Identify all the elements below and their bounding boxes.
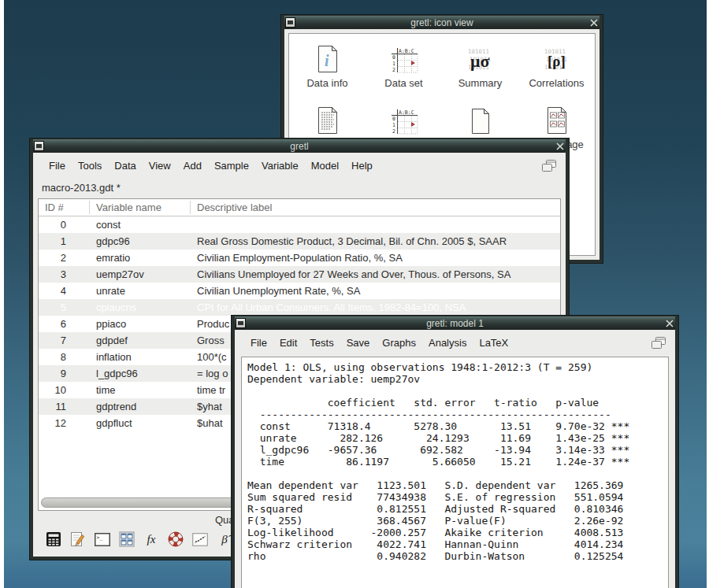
svg-text:A:B:C: A:B:C [399,48,414,54]
svg-text:A:B:C: A:B:C [399,109,414,116]
lifebuoy-icon [168,531,184,547]
cell-id: 5 [39,301,90,313]
icon-view-titlebar[interactable]: gretl: icon view [284,16,599,29]
model-titlebar[interactable]: gretl: model 1 [235,316,675,330]
windows-list-button[interactable] [651,337,666,349]
menu-tools[interactable]: Tools [72,157,108,175]
menu-save[interactable]: Save [340,334,377,352]
model-output-text: Model 1: OLS, using observations 1948:1-… [247,361,663,562]
table-row[interactable]: 3 uemp27ov Civilians Unemployed for 27 W… [39,266,560,283]
data-set-icon: A:B:C 0 1 2 [390,46,418,73]
table-row[interactable]: 2 emratio Civilian Employment-Population… [39,250,560,266]
icon-item-data-info[interactable]: i Data info [289,42,366,103]
model-output-panel[interactable]: Model 1: OLS, using observations 1948:1-… [241,357,669,588]
table-header[interactable]: ID # Variable name Descriptive label [39,199,560,216]
menu-view[interactable]: View [143,157,177,175]
session-icon-view-button[interactable] [117,530,136,549]
cell-id: 12 [39,417,90,429]
menu-latex[interactable]: LaTeX [473,334,514,352]
graph-button[interactable] [191,530,210,549]
menu-add[interactable]: Add [177,157,208,175]
main-titlebar[interactable]: gretl [33,139,566,153]
windows-list-button[interactable] [542,160,556,172]
windows-icon [651,337,666,349]
icon-label: Data info [306,77,347,89]
svg-text:μσ: μσ [470,51,489,71]
header-id[interactable]: ID # [39,201,90,214]
cell-variable-name: cpiaucns [90,301,191,313]
close-button[interactable] [554,141,566,151]
cell-variable-name: time [90,384,191,396]
cell-variable-name: unrate [90,285,191,297]
function-reference-button[interactable]: fx [142,530,161,549]
beta-hat-icon: β̂ [221,533,227,546]
menu-sample[interactable]: Sample [208,157,255,175]
menu-analysis[interactable]: Analysis [422,334,473,352]
window-title: gretl: icon view [300,17,584,28]
cell-variable-name: emratio [90,252,191,264]
cell-id: 3 [39,268,90,280]
menu-edit[interactable]: Edit [273,334,303,352]
cell-descriptive-label: Civilian Employment-Population Ratio, %,… [191,252,560,264]
console-button[interactable]: >_ [93,530,112,549]
icon-item-data-set[interactable]: A:B:C 0 1 2 Data set [366,42,442,103]
table-row[interactable]: 1 gdpc96 Real Gross Domestic Product, 3 … [39,233,560,250]
table-row[interactable]: 0 const [39,216,560,233]
window-menu-icon [238,321,243,325]
close-icon [556,142,564,150]
help-lifebuoy-button[interactable] [166,530,185,549]
icon-label: Correlations [529,77,584,89]
close-icon [590,19,598,27]
graph-page-icon [545,106,569,135]
screen: gretl: icon view i Data info A:B:C [0,0,709,588]
close-button[interactable] [588,17,599,28]
icon-item-correlations[interactable]: 101011 101011 101011 [ρ] Correlations [518,42,595,103]
correlations-icon: 101011 101011 101011 [ρ] [543,46,571,73]
close-icon [666,320,674,327]
cell-id: 9 [39,368,90,379]
cell-id: 2 [39,252,90,264]
table-row-selected[interactable]: 5 cpiaucns CPI for All Urban Consumers: … [39,299,560,316]
cell-variable-name: const [90,219,191,231]
menu-graphs[interactable]: Graphs [376,334,422,352]
icon-item-summary[interactable]: 101011 101011 101011 μσ Summary [442,42,518,103]
cell-descriptive-label: Civilians Unemployed for 27 Weeks and Ov… [191,268,560,280]
menu-help[interactable]: Help [345,157,379,175]
new-script-button[interactable] [69,530,87,549]
menu-file[interactable]: File [244,334,273,352]
fx-icon: fx [147,533,156,546]
window-menu-button[interactable] [285,17,295,28]
cell-variable-name: gdptrend [90,401,191,412]
cell-id: 11 [39,401,90,412]
menu-tests[interactable]: Tests [303,334,340,352]
menu-data[interactable]: Data [108,157,142,175]
svg-text:[ρ]: [ρ] [548,53,566,69]
menu-variable[interactable]: Variable [255,157,305,175]
cell-variable-name: gdpdef [90,335,191,346]
calculator-button[interactable] [44,530,63,549]
new-script-icon [70,531,86,547]
windows-icon [542,160,556,172]
header-descriptive-label[interactable]: Descriptive label [191,201,560,214]
cell-id: 7 [39,335,90,346]
header-variable-name[interactable]: Variable name [90,201,191,214]
summary-icon: 101011 101011 101011 μσ [466,46,495,73]
main-menubar: File Tools Data View Add Sample Variable… [33,153,566,178]
window-menu-button[interactable] [34,141,44,151]
cell-variable-name: uemp27ov [90,268,191,280]
window-menu-icon [288,20,293,24]
calculator-icon [46,531,61,547]
window-title: gretl: model 1 [251,318,659,329]
model-window: gretl: model 1 File Edit Tests Save Grap… [231,315,679,588]
data-info-icon: i [316,45,340,73]
cell-variable-name: ppiaco [90,318,191,330]
window-menu-button[interactable] [236,318,246,328]
cell-variable-name: l_gdpc96 [90,368,191,379]
svg-text:0: 0 [392,54,395,61]
svg-text:1: 1 [392,122,395,128]
table-row[interactable]: 4 unrate Civilian Unemployment Rate, %, … [39,283,560,299]
menu-file[interactable]: File [43,157,72,175]
notes-icon [470,108,492,135]
close-button[interactable] [663,318,675,328]
menu-model[interactable]: Model [305,157,345,175]
